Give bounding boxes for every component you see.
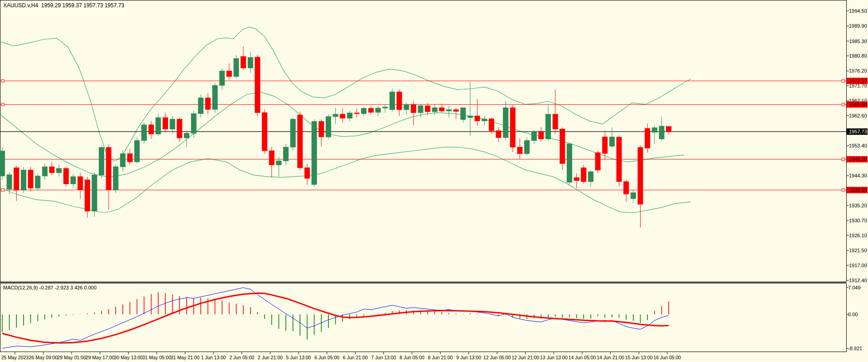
level-tag: 1939.93 xyxy=(849,187,867,193)
level-tag: 1965.98 xyxy=(849,102,867,107)
time-tick-label: 31 May 21:00 xyxy=(171,355,200,360)
svg-text:1962.60: 1962.60 xyxy=(849,113,867,118)
candle xyxy=(383,107,388,108)
candle xyxy=(106,147,111,190)
svg-text:1989.90: 1989.90 xyxy=(849,23,867,29)
candle xyxy=(333,114,338,117)
candle xyxy=(135,141,140,162)
candle xyxy=(553,114,558,129)
time-tick-label: 29 May 17:00 xyxy=(86,355,115,360)
svg-text:1953.40: 1953.40 xyxy=(849,143,867,148)
svg-text:7.049: 7.049 xyxy=(848,285,861,290)
svg-text:1980.80: 1980.80 xyxy=(849,53,867,59)
candle xyxy=(269,151,274,165)
candle xyxy=(425,106,430,112)
time-tick-label: 15 Jun 13:00 xyxy=(625,355,653,360)
candle xyxy=(496,131,501,137)
candle xyxy=(439,108,444,111)
candle xyxy=(21,170,26,190)
candle xyxy=(276,161,281,165)
time-tick-label: 16 Jun 05:00 xyxy=(653,355,681,360)
candle xyxy=(574,178,579,181)
svg-text:1976.20: 1976.20 xyxy=(849,68,867,73)
candle xyxy=(262,113,267,151)
svg-text:1930.70: 1930.70 xyxy=(849,218,867,223)
candle xyxy=(603,137,608,153)
chart-title: XAUUSD.v,H4 1959.29 1959.37 1957.73 1957… xyxy=(3,2,124,9)
candle xyxy=(539,132,544,139)
candle xyxy=(468,116,473,118)
candle xyxy=(482,119,487,121)
candle xyxy=(368,108,373,113)
candle xyxy=(624,181,629,194)
candle xyxy=(113,167,118,190)
candle xyxy=(177,119,182,138)
time-tick-label: 31 May 05:00 xyxy=(142,355,171,360)
candle xyxy=(149,125,154,134)
candle xyxy=(510,108,515,147)
time-tick-label: 8 Jun 21:00 xyxy=(428,355,453,360)
time-tick-label: 14 Jun 21:00 xyxy=(597,355,624,360)
candle xyxy=(567,144,572,182)
time-tick-label: 9 Jun 13:00 xyxy=(456,355,481,360)
candle xyxy=(461,108,466,120)
time-tick-label: 26 May 09:00 xyxy=(29,355,58,360)
svg-text:-8.921: -8.921 xyxy=(848,346,862,351)
candle xyxy=(517,147,522,154)
candle xyxy=(248,58,253,68)
candle xyxy=(85,180,90,211)
candle xyxy=(212,85,217,109)
svg-text:1994.50: 1994.50 xyxy=(849,8,867,14)
chart-canvas[interactable]: 1994.501989.901985.301980.801976.201971.… xyxy=(0,0,868,362)
candle xyxy=(588,172,593,182)
svg-text:1935.20: 1935.20 xyxy=(849,203,867,208)
candle xyxy=(227,71,231,76)
candle xyxy=(205,98,210,109)
candle xyxy=(290,119,295,147)
time-tick-label: 25 May 2023 xyxy=(1,355,29,360)
candle xyxy=(191,114,196,133)
candle xyxy=(35,176,40,188)
time-tick-label: 12 Jun 21:00 xyxy=(511,355,539,360)
time-tick-label: 1 Jun 13:00 xyxy=(201,355,226,360)
candle xyxy=(397,92,402,110)
candle xyxy=(531,132,536,141)
candle xyxy=(92,175,97,211)
candle xyxy=(340,114,345,118)
svg-text:1917.00: 1917.00 xyxy=(849,263,867,268)
time-tick-label: 2 Jun 21:00 xyxy=(258,355,283,360)
candle xyxy=(546,114,551,139)
candle xyxy=(78,176,83,190)
candle xyxy=(581,168,586,181)
candle xyxy=(14,168,19,190)
candle xyxy=(298,115,303,168)
candle xyxy=(645,128,650,148)
candle xyxy=(63,168,68,184)
candle xyxy=(475,116,480,121)
candle xyxy=(121,154,125,167)
time-tick-label: 7 Jun 13:00 xyxy=(371,355,396,360)
candle xyxy=(319,122,324,137)
candle xyxy=(234,59,239,77)
svg-text:1912.40: 1912.40 xyxy=(849,278,867,283)
candle xyxy=(255,57,260,113)
time-tick-label: 29 May 01:00 xyxy=(57,355,86,360)
candle xyxy=(489,119,494,131)
candle xyxy=(127,154,132,162)
candle xyxy=(347,113,352,118)
candle xyxy=(411,104,416,113)
candle xyxy=(354,113,359,114)
candle xyxy=(71,176,76,184)
candle xyxy=(638,147,643,204)
candle xyxy=(666,127,671,132)
candle xyxy=(326,117,331,137)
time-tick-label: 30 May 13:00 xyxy=(114,355,143,360)
candle xyxy=(609,137,614,146)
candle xyxy=(503,108,508,138)
candle xyxy=(312,122,317,185)
current-price-tag: 1957.73 xyxy=(849,129,867,134)
time-tick-label: 2 Jun 05:00 xyxy=(229,355,254,360)
time-tick-label: 5 Jun 13:00 xyxy=(286,355,311,360)
svg-text:1944.30: 1944.30 xyxy=(849,173,867,178)
candle xyxy=(305,168,310,178)
